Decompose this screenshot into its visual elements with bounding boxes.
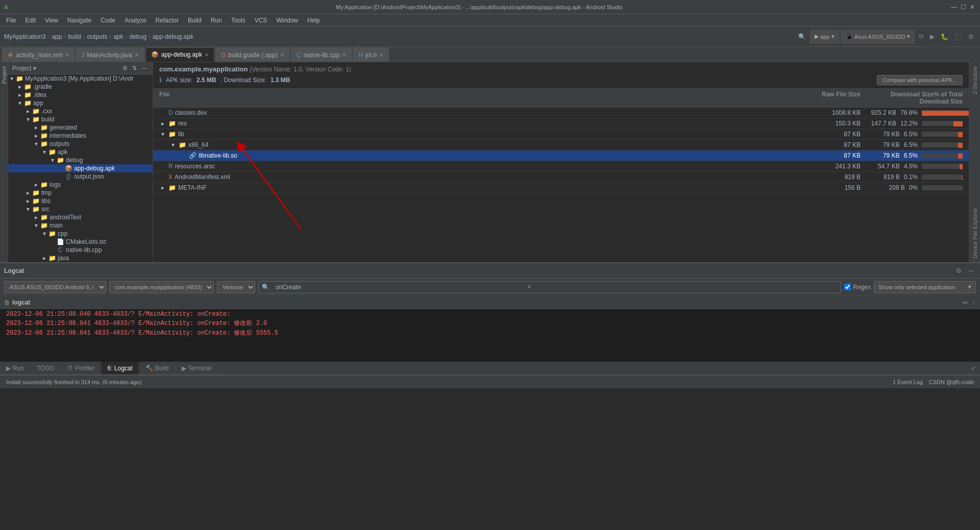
breadcrumb-apkfile[interactable]: app-debug.apk	[153, 33, 193, 40]
expand-icon[interactable]: ⇅	[131, 64, 138, 72]
bottom-tab-run[interactable]: ▶ Run	[0, 362, 31, 374]
minimize-button[interactable]: —	[950, 4, 958, 11]
tab-build-gradle[interactable]: G build.gradle (:app) ✕	[215, 47, 290, 62]
menu-tools[interactable]: Tools	[227, 16, 250, 25]
regex-checkbox[interactable]	[844, 284, 851, 290]
expand-arrow[interactable]: ▸	[159, 120, 166, 127]
tree-item-native_lib[interactable]: Cnative-lib.cpp	[8, 246, 153, 254]
settings-icon[interactable]: ⚙	[121, 64, 129, 72]
run-config-selector[interactable]: ▶ app ▾	[810, 30, 839, 43]
maximize-button[interactable]: ☐	[960, 4, 967, 11]
tree-item-tmp[interactable]: ▸📁tmp	[8, 189, 153, 197]
device-selector[interactable]: 📱 Asus ASUS_I003DD ▾	[841, 30, 915, 43]
device-file-explorer-tab[interactable]: Device File Explorer	[970, 204, 979, 262]
tree-item-app_debug_apk[interactable]: 📦app-debug.apk	[8, 164, 153, 172]
file-row-lib[interactable]: ▾ 📁 lib 87 KB 79 KB 6.5%	[153, 129, 969, 140]
logcat-minimize-icon[interactable]: —	[966, 266, 976, 275]
tree-item-apk[interactable]: ▾📁apk	[8, 148, 153, 156]
tree-item-build[interactable]: ▾📁build	[8, 115, 153, 123]
menu-window[interactable]: Window	[272, 16, 302, 25]
logcat-settings-icon[interactable]: ⚙	[954, 266, 964, 275]
log-level-select[interactable]: Verbose Debug Info Warn Error	[217, 281, 255, 293]
menu-help[interactable]: Help	[303, 16, 324, 25]
z-structure-tab[interactable]: Z-Structure	[970, 62, 979, 98]
tab-app-debug-apk[interactable]: 📦 app-debug.apk ✕	[145, 47, 214, 62]
tab-native-lib-cpp[interactable]: C native-lib.cpp ✕	[291, 47, 352, 62]
tree-item-cpp[interactable]: ▾📁cpp	[8, 230, 153, 238]
tree-item-gradle[interactable]: ▸📁.gradle	[8, 83, 153, 91]
tab-close-build-gradle[interactable]: ✕	[280, 52, 284, 58]
expand-arrow[interactable]: ▾	[159, 131, 166, 138]
tab-close-app-debug[interactable]: ✕	[205, 52, 209, 58]
logcat-clear-icon[interactable]: 🗑	[4, 299, 10, 306]
expand-bottom-icon[interactable]: ⤢	[971, 365, 976, 372]
tree-item-intermediates[interactable]: ▸📁intermediates	[8, 132, 153, 140]
tree-item-libs[interactable]: ▸📁libs	[8, 197, 153, 205]
bottom-tab-logcat[interactable]: 6: Logcat	[101, 362, 139, 374]
tree-item-idea[interactable]: ▸📁.idea	[8, 91, 153, 99]
close-sidebar-icon[interactable]: —	[140, 64, 149, 72]
event-log-link[interactable]: 1 Event Log	[893, 379, 923, 385]
file-row-x86_64[interactable]: ▾ 📁 x86_64 87 KB 79 KB 6.5%	[153, 140, 969, 150]
breadcrumb-outputs[interactable]: outputs	[87, 33, 107, 40]
tree-item-root[interactable]: ▾📁MyApplication3 [My Application] D:\And…	[8, 74, 153, 83]
tab-close-activity-main[interactable]: ✕	[65, 52, 69, 58]
menu-file[interactable]: File	[2, 16, 20, 25]
breadcrumb-debug[interactable]: debug	[130, 33, 146, 40]
package-select[interactable]: com.example.myapplication (4833)	[109, 281, 214, 293]
breadcrumb-apk[interactable]: apk	[113, 33, 123, 40]
breadcrumb-app[interactable]: app	[52, 33, 62, 40]
menu-edit[interactable]: Edit	[21, 16, 40, 25]
tree-item-cxx[interactable]: ▸📁.cxx	[8, 107, 153, 115]
tree-item-debug[interactable]: ▾📁debug	[8, 156, 153, 164]
tree-item-output_json[interactable]: {}output.json	[8, 172, 153, 181]
tab-close-main-activity[interactable]: ✕	[135, 52, 139, 58]
logcat-scroll-icon[interactable]: ↓	[971, 298, 976, 307]
menu-run[interactable]: Run	[207, 16, 226, 25]
tree-item-src[interactable]: ▾📁src	[8, 205, 153, 213]
bottom-tab-terminal[interactable]: ▶ Terminal	[176, 362, 218, 374]
show-only-selected-dropdown[interactable]: Show only selected application ▾	[874, 281, 976, 293]
logcat-wrap-icon[interactable]: ⇔	[962, 298, 969, 307]
menu-analyze[interactable]: Analyze	[120, 16, 151, 25]
tab-jni-h[interactable]: H jni.h ✕	[353, 47, 389, 62]
tree-item-cmakelists[interactable]: 📄CMakeLists.txt	[8, 238, 153, 246]
sync-icon[interactable]: ⟳	[917, 32, 926, 41]
search-clear-icon[interactable]: ✕	[527, 284, 531, 290]
tab-close-jni-h[interactable]: ✕	[379, 52, 383, 58]
file-row-android_manifest[interactable]: X AndroidManifest.xml 819 B 819 B 0.1%	[153, 172, 969, 183]
expand-arrow[interactable]: ▸	[159, 184, 166, 191]
bottom-tab-build[interactable]: 🔨 Build	[139, 362, 176, 374]
tab-close-native-lib[interactable]: ✕	[342, 52, 346, 58]
menu-code[interactable]: Code	[96, 16, 119, 25]
compare-button[interactable]: Compare with previous APK...	[877, 75, 963, 85]
expand-arrow[interactable]: ▾	[169, 141, 177, 148]
run-button[interactable]: ▶	[928, 32, 937, 41]
tree-item-androidTest[interactable]: ▸📁androidTest	[8, 213, 153, 221]
tab-main-activity[interactable]: J MainActivity.java ✕	[76, 47, 144, 62]
logcat-search-input[interactable]	[272, 281, 527, 293]
tree-item-outputs[interactable]: ▾📁outputs	[8, 140, 153, 148]
tree-item-logs[interactable]: ▸📁logs	[8, 181, 153, 189]
file-row-libnative_lib[interactable]: 🔗 libnative-lib.so 87 KB 79 KB 6.5%	[153, 150, 969, 161]
menu-vcs[interactable]: VCS	[251, 16, 272, 25]
menu-navigate[interactable]: Navigate	[63, 16, 95, 25]
file-row-resources_arsc[interactable]: R resources.arsc 241.3 KB 54.7 KB 4.5%	[153, 161, 969, 172]
menu-view[interactable]: View	[41, 16, 62, 25]
file-row-res[interactable]: ▸ 📁 res 150.3 KB 147.7 KB 12.2%	[153, 118, 969, 129]
breadcrumb-myapplication3[interactable]: MyApplication3	[4, 33, 45, 40]
debug-button[interactable]: 🐛	[939, 32, 950, 41]
file-row-classes_dex[interactable]: D classes.dex 1008.8 KB 925.2 KB 76.6%	[153, 108, 969, 118]
settings-icon[interactable]: ⚙	[966, 32, 976, 41]
tree-item-java[interactable]: ▸📁java	[8, 254, 153, 262]
tree-item-main[interactable]: ▾📁main	[8, 221, 153, 230]
tree-item-generated[interactable]: ▸📁generated	[8, 123, 153, 132]
sidebar-tab-project[interactable]: Project	[0, 62, 8, 88]
device-select[interactable]: ASUS ASUS_I003DD Android 9, /	[4, 281, 106, 293]
tab-activity-main[interactable]: ❖ activity_main.xml ✕	[2, 47, 75, 62]
stop-button[interactable]: ⬛	[952, 32, 964, 41]
close-button[interactable]: ✕	[969, 4, 976, 11]
menu-refactor[interactable]: Refactor	[152, 16, 183, 25]
menu-build[interactable]: Build	[184, 16, 206, 25]
bottom-tab-todo[interactable]: TODO	[31, 362, 61, 374]
